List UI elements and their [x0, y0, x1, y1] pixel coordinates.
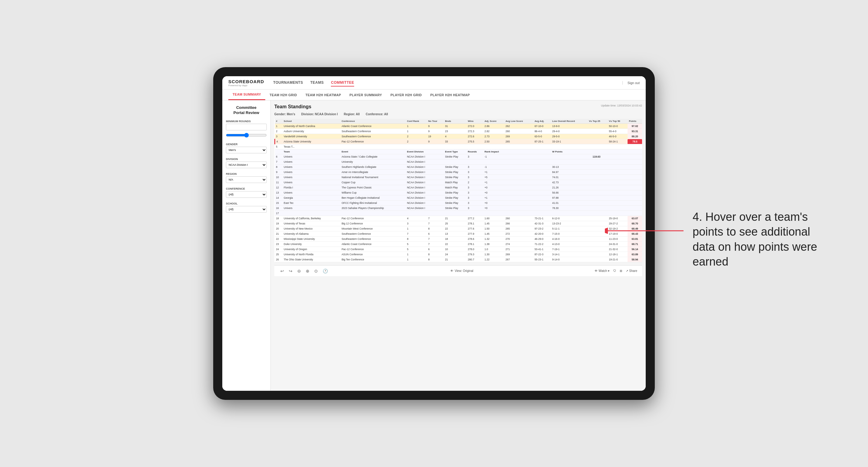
- cell-avg-adj: 53-41-1: [533, 247, 551, 252]
- table-row[interactable]: 26 The Ohio State University Big Ten Con…: [275, 257, 642, 262]
- filter-min-rounds-input[interactable]: [226, 124, 267, 130]
- app-header: SCOREBOARD Powered by clippi TOURNAMENTS…: [222, 76, 646, 90]
- cell-adj-score: 1.30: [483, 252, 504, 257]
- cell-avg-low: 274: [504, 242, 533, 247]
- cell-no-tour: 6: [427, 247, 444, 252]
- nav-tournaments[interactable]: TOURNAMENTS: [273, 79, 303, 87]
- tab-player-h2h-heatmap[interactable]: PLAYER H2H HEATMAP: [426, 90, 474, 100]
- exp-rank-impact: +1: [483, 170, 551, 175]
- exp-team: Univers: [282, 206, 340, 211]
- table-row[interactable]: 19 University of Texas Big 12 Conference…: [275, 221, 642, 226]
- table-row[interactable]: 25 University of North Florida ASUN Conf…: [275, 252, 642, 257]
- cell-low-overall: 29-4-0: [551, 129, 588, 134]
- cell-vs50: 12-18-1: [608, 252, 627, 257]
- cell-adj-score: 2.86: [483, 124, 504, 129]
- exp-team: Univers: [282, 180, 340, 185]
- cell-vs50: 19-21-0: [608, 257, 627, 262]
- info-button[interactable]: 🕐: [321, 268, 329, 274]
- exp-event-div: NCAA Division I: [406, 180, 444, 185]
- table-row[interactable]: 2 Auburn University Southeastern Confere…: [275, 129, 642, 134]
- view-label[interactable]: View: Original: [455, 269, 473, 273]
- division-filter-label: Division: NCAA Division I: [301, 113, 338, 116]
- tab-team-h2h-heatmap[interactable]: TEAM H2H HEATMAP: [301, 90, 345, 100]
- table-row[interactable]: 1 University of North Carolina Atlantic …: [275, 124, 642, 129]
- cell-no-tour: 7: [427, 237, 444, 242]
- cell-school: Mississippi State University: [282, 237, 340, 242]
- cell-bnds: 10: [444, 247, 467, 252]
- cell-points-hovered[interactable]: 78.5: [627, 139, 642, 144]
- cell-vs50: 46-5-0: [608, 134, 627, 139]
- exp-event: Amer An Intercollegiate: [340, 170, 406, 175]
- table-row[interactable]: 22 Mississippi State University Southeas…: [275, 237, 642, 242]
- cell-avg-low: 269: [504, 134, 533, 139]
- gender-filter-label: Gender: Men's: [274, 113, 295, 116]
- filter-row: Gender: Men's Division: NCAA Division I …: [274, 113, 642, 116]
- filter-min-rounds-input2[interactable]: [226, 132, 267, 138]
- zoom-out-button[interactable]: ⊖: [296, 268, 302, 274]
- cell-no-tour: 7: [427, 221, 444, 226]
- exp-w-points: 42.73: [551, 180, 642, 185]
- cell-no-tour: 19: [427, 134, 444, 139]
- nav-committee[interactable]: COMMITTEE: [331, 79, 354, 87]
- cell-vs25: [588, 252, 608, 257]
- cell-avg-adj: 87-25-1: [533, 139, 551, 144]
- cell-no-tour: 8: [427, 257, 444, 262]
- table-row[interactable]: 3 Vanderbilt University Southeastern Con…: [275, 134, 642, 139]
- tab-player-summary[interactable]: PLAYER SUMMARY: [345, 90, 386, 100]
- cell-vs25: [588, 129, 608, 134]
- cell-points[interactable]: 58.94: [627, 257, 642, 262]
- cell-points[interactable]: 63.89: [627, 252, 642, 257]
- filter-conference-select[interactable]: (All): [226, 191, 267, 198]
- cell-avg-adj: 97-23-2: [533, 226, 551, 231]
- copy-button[interactable]: ⊕: [305, 268, 311, 274]
- col-vs25: Vs Top 25: [588, 119, 608, 124]
- nav-teams[interactable]: TEAMS: [310, 79, 324, 87]
- panel-header: Team Standings Update time: 13/03/2024 1…: [274, 104, 642, 110]
- share-button[interactable]: ↗ Share: [626, 269, 637, 273]
- exp-team: Florida I: [282, 185, 340, 190]
- tab-team-h2h-grid[interactable]: TEAM H2H GRID: [265, 90, 301, 100]
- exp-event-type: [444, 159, 467, 164]
- sidebar: CommitteePortal Review Minimum Rounds Ge…: [222, 100, 271, 391]
- comment-button[interactable]: 🗨: [613, 269, 616, 273]
- table-row[interactable]: 5 Texas T...: [275, 144, 642, 149]
- settings-button[interactable]: ⊙: [313, 268, 319, 274]
- grid-button[interactable]: ⊞: [620, 269, 622, 273]
- cell-adj-score: 1.45: [483, 231, 504, 237]
- filter-gender-select[interactable]: Men's Women's: [226, 147, 267, 153]
- tab-player-h2h-grid[interactable]: PLAYER H2H GRID: [386, 90, 426, 100]
- exp-rank: 8: [275, 164, 283, 170]
- main-nav: TOURNAMENTS TEAMS COMMITTEE: [273, 79, 622, 87]
- table-row[interactable]: 23 Duke University Atlantic Coast Confer…: [275, 242, 642, 247]
- cell-points[interactable]: 97.02: [627, 124, 642, 129]
- watch-chevron-icon: ▾: [608, 269, 610, 273]
- table-row[interactable]: 21 University of Alabama Southeastern Co…: [275, 231, 642, 237]
- exp-rank: 7: [275, 159, 283, 164]
- exp-event-type: Stroke Play: [444, 190, 467, 195]
- redo-button[interactable]: ↪: [288, 268, 294, 274]
- cell-conf-rank: 1: [406, 252, 427, 257]
- cell-conf-rank: 8: [406, 237, 427, 242]
- table-row[interactable]: 20 University of New Mexico Mountain Wes…: [275, 226, 642, 231]
- filter-region-select[interactable]: N/A All: [226, 176, 267, 183]
- watch-button[interactable]: 👁 Watch ▾: [595, 269, 610, 273]
- exp-event: Arizona State / Cabo Collegiate: [340, 154, 406, 159]
- region-filter-label: Region: All: [344, 113, 360, 116]
- cell-points[interactable]: 93.31: [627, 129, 642, 134]
- filter-school-select[interactable]: (All): [226, 206, 267, 213]
- sign-out-button[interactable]: Sign out: [622, 81, 640, 85]
- toolbar-right: 👁 Watch ▾ 🗨 ⊞ ↗ Share: [595, 269, 637, 273]
- undo-button[interactable]: ↩: [279, 268, 285, 274]
- cell-adj-score: 1.22: [483, 257, 504, 262]
- cell-no-tour: 6: [427, 231, 444, 237]
- filter-division-select[interactable]: NCAA Division I NCAA Division II NCAA Di…: [226, 161, 267, 168]
- tab-team-summary[interactable]: TEAM SUMMARY: [228, 90, 265, 100]
- cell-points[interactable]: 88.20: [627, 134, 642, 139]
- table-row-hovered[interactable]: 4 Arizona State University Pac-12 Confer…: [275, 139, 642, 144]
- table-row[interactable]: 24 University of Oregon Pac-12 Conferenc…: [275, 247, 642, 252]
- exp-rank: 13: [275, 190, 283, 195]
- exp-rounds-header: Rounds: [467, 149, 483, 154]
- exp-rank-impact: +0: [483, 190, 551, 195]
- cell-points[interactable]: 56.14: [627, 247, 642, 252]
- table-row[interactable]: 18 University of California, Berkeley Pa…: [275, 216, 642, 221]
